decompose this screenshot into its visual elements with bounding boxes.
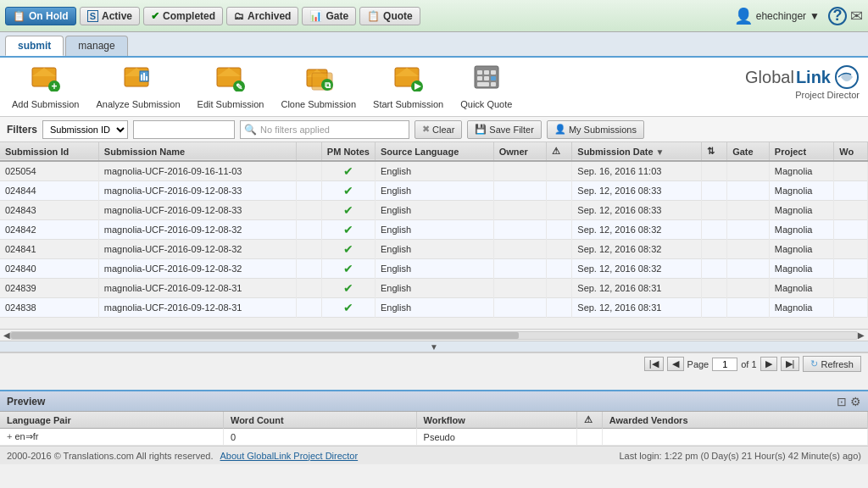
- preview-row[interactable]: + en⇒fr 0 Pseudo: [0, 429, 868, 446]
- col-header-date[interactable]: Submission Date ▼: [572, 142, 702, 161]
- clone-submission-button[interactable]: ⧉ Clone Submission: [275, 61, 361, 113]
- filter-bar: Filters Submission ID 🔍 No filters appli…: [0, 117, 868, 142]
- prev-page-button[interactable]: ◀: [667, 357, 684, 371]
- cell-project: Magnolia: [769, 161, 833, 181]
- col-header-project[interactable]: Project: [769, 142, 833, 161]
- cell-name: magnolia-UCF-2016-09-12-08-32: [98, 220, 296, 240]
- col-header-flag[interactable]: [296, 142, 321, 161]
- edit-submission-icon: ✎: [215, 64, 246, 97]
- col-header-sort2[interactable]: ⇅: [702, 142, 727, 161]
- cell-lang: English: [375, 181, 493, 201]
- cell-pm: ✔: [321, 279, 375, 298]
- preview-col-count[interactable]: Word Count: [223, 412, 416, 429]
- expand-icon[interactable]: +: [7, 431, 12, 441]
- cell-project: Magnolia: [769, 181, 833, 201]
- svg-rect-7: [141, 75, 142, 80]
- clear-filter-button[interactable]: ✖ Clear: [415, 120, 462, 139]
- col-header-gate[interactable]: Gate: [727, 142, 770, 161]
- scroll-right-btn[interactable]: ▶: [858, 330, 865, 340]
- table-scroll-area[interactable]: Submission Id Submission Name PM Notes S…: [0, 142, 868, 329]
- col-header-pm[interactable]: PM Notes: [321, 142, 375, 161]
- svg-text:+: +: [51, 80, 57, 92]
- analyze-submission-button[interactable]: Analyze Submission: [92, 61, 186, 113]
- quick-quote-button[interactable]: Quick Quote: [455, 61, 517, 113]
- tab-archived[interactable]: 🗂 Archived: [226, 7, 298, 25]
- cell-flag: [296, 220, 321, 240]
- tab-submit[interactable]: submit: [5, 36, 64, 56]
- svg-rect-27: [477, 76, 482, 80]
- cell-gate: [727, 240, 770, 259]
- preview-expand-button[interactable]: ⊡: [837, 395, 847, 408]
- preview-col-vendors[interactable]: Awarded Vendors: [602, 412, 867, 429]
- cell-project: Magnolia: [769, 220, 833, 240]
- first-page-button[interactable]: |◀: [644, 357, 664, 371]
- collapse-row[interactable]: ▼: [0, 341, 868, 352]
- col-header-lang[interactable]: Source Language: [375, 142, 493, 161]
- table-row[interactable]: 024838 magnolia-UCF-2016-09-12-08-31 ✔ E…: [0, 298, 868, 318]
- tab-completed[interactable]: ✔ Completed: [143, 7, 223, 25]
- tab-quote[interactable]: 📋 Quote: [359, 7, 420, 25]
- scroll-left-btn[interactable]: ◀: [3, 330, 10, 340]
- col-header-warning[interactable]: ⚠: [547, 142, 572, 161]
- filter-type-select[interactable]: Submission ID: [42, 120, 128, 139]
- cell-pm: ✔: [321, 161, 375, 181]
- cell-project: Magnolia: [769, 279, 833, 298]
- filter-placeholder: No filters applied: [260, 125, 405, 135]
- svg-rect-28: [484, 76, 489, 80]
- svg-rect-25: [484, 70, 489, 75]
- refresh-button[interactable]: ↻ Refresh: [803, 356, 861, 372]
- preview-col-flag[interactable]: ⚠: [576, 412, 602, 429]
- add-submission-button[interactable]: + Add Submission: [7, 61, 85, 113]
- tab-onhold[interactable]: 📋 On Hold: [5, 7, 76, 25]
- col-header-id[interactable]: Submission Id: [0, 142, 98, 161]
- table-row[interactable]: 025054 magnolia-UCF-2016-09-16-11-03 ✔ E…: [0, 161, 868, 181]
- quote-icon: 📋: [367, 10, 380, 22]
- filter-search-wrap: 🔍 No filters applied: [240, 120, 409, 139]
- gate-icon: 📊: [309, 10, 322, 22]
- cell-warning: [547, 298, 572, 318]
- cell-lang: English: [375, 240, 493, 259]
- tab-active[interactable]: S Active: [80, 7, 140, 25]
- table-row[interactable]: 024841 magnolia-UCF-2016-09-12-08-32 ✔ E…: [0, 240, 868, 259]
- help-button[interactable]: ?: [828, 7, 847, 25]
- mail-button[interactable]: ✉: [850, 7, 863, 25]
- main-content: submit manage + Add Submission: [0, 32, 868, 464]
- cell-project: Magnolia: [769, 201, 833, 220]
- filter-value-input[interactable]: [133, 120, 235, 139]
- start-submission-button[interactable]: Start Submission: [368, 61, 448, 113]
- preview-settings-button[interactable]: ⚙: [850, 395, 861, 408]
- cell-wo: [834, 279, 868, 298]
- svg-rect-29: [491, 76, 496, 80]
- table-row[interactable]: 024844 magnolia-UCF-2016-09-12-08-33 ✔ E…: [0, 181, 868, 201]
- tab-manage[interactable]: manage: [65, 36, 127, 56]
- col-header-owner[interactable]: Owner: [493, 142, 547, 161]
- svg-rect-9: [146, 76, 147, 80]
- tab-gate[interactable]: 📊 Gate: [302, 7, 356, 25]
- my-submissions-button[interactable]: 👤 My Submissions: [547, 120, 644, 139]
- about-link[interactable]: About GlobalLink Project Director: [220, 451, 359, 461]
- table-row[interactable]: 024843 magnolia-UCF-2016-09-12-08-33 ✔ E…: [0, 201, 868, 220]
- col-header-name[interactable]: Submission Name: [98, 142, 296, 161]
- table-row[interactable]: 024842 magnolia-UCF-2016-09-12-08-32 ✔ E…: [0, 220, 868, 240]
- cell-pm: ✔: [321, 298, 375, 318]
- user-menu[interactable]: 👤 ehechinger ▼: [729, 5, 825, 27]
- save-filter-button[interactable]: 💾 Save Filter: [467, 120, 542, 139]
- quick-quote-icon: [471, 64, 502, 97]
- cell-date: Sep. 12, 2016 08:32: [572, 240, 702, 259]
- table-row[interactable]: 024839 magnolia-UCF-2016-09-12-08-31 ✔ E…: [0, 279, 868, 298]
- user-dropdown-icon: ▼: [810, 10, 820, 22]
- scroll-track[interactable]: [10, 331, 858, 340]
- horizontal-scrollbar[interactable]: ◀ ▶: [0, 329, 868, 341]
- search-icon: 🔍: [244, 124, 257, 136]
- preview-col-pair[interactable]: Language Pair: [0, 412, 223, 429]
- col-header-wo[interactable]: Wo: [834, 142, 868, 161]
- cell-lang: English: [375, 201, 493, 220]
- table-row[interactable]: 024840 magnolia-UCF-2016-09-12-08-32 ✔ E…: [0, 259, 868, 279]
- preview-col-workflow[interactable]: Workflow: [416, 412, 576, 429]
- preview-table: Language Pair Word Count Workflow ⚠ Awar…: [0, 412, 868, 446]
- last-page-button[interactable]: ▶|: [781, 357, 800, 371]
- edit-submission-button[interactable]: ✎ Edit Submission: [192, 61, 270, 113]
- page-label: Page: [687, 359, 709, 369]
- next-page-button[interactable]: ▶: [760, 357, 777, 371]
- page-number-input[interactable]: [712, 358, 737, 371]
